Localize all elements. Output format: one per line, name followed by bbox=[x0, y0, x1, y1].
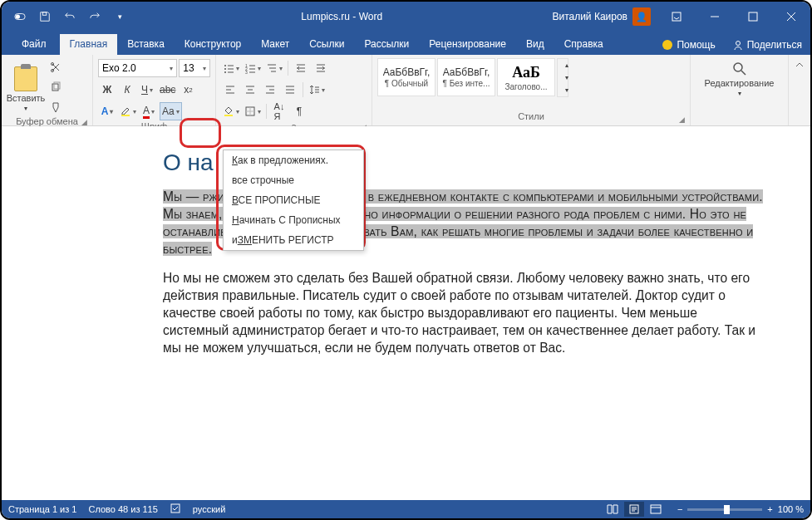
styles-expand[interactable]: ▾ bbox=[558, 84, 576, 96]
case-lower[interactable]: все строчные bbox=[224, 170, 363, 190]
underline-button[interactable]: Ч bbox=[138, 81, 156, 99]
align-right-button[interactable] bbox=[261, 81, 279, 99]
style-normal[interactable]: АаБбВвГг,¶ Обычный bbox=[377, 58, 436, 96]
strike-button[interactable]: abє bbox=[158, 81, 177, 99]
user-account[interactable]: Виталий Каиров 👤 bbox=[552, 7, 651, 26]
tab-layout[interactable]: Макет bbox=[251, 34, 299, 55]
text-effects-button[interactable]: A bbox=[98, 102, 116, 120]
view-buttons bbox=[603, 502, 666, 517]
justify-button[interactable] bbox=[281, 81, 299, 99]
styles-gallery[interactable]: АаБбВвГг,¶ Обычный АаБбВвГг,¶ Без инте..… bbox=[377, 58, 685, 97]
styles-scroll-down[interactable]: ▾ bbox=[558, 71, 576, 84]
tab-mailings[interactable]: Рассылки bbox=[354, 34, 419, 55]
window-controls bbox=[657, 2, 810, 32]
svg-text:3: 3 bbox=[245, 70, 248, 74]
numbering-button[interactable]: 123 bbox=[243, 59, 263, 77]
collapse-ribbon-button[interactable] bbox=[789, 55, 810, 125]
ribbon: Вставить ▾ Буфер обмена◢ Exo 2.0▾ 13▾ Ж … bbox=[2, 55, 810, 126]
status-words[interactable]: Слово 48 из 115 bbox=[88, 504, 157, 514]
tab-references[interactable]: Ссылки bbox=[299, 34, 354, 55]
undo-button[interactable] bbox=[58, 5, 81, 28]
subscript-button[interactable]: x2 bbox=[179, 81, 197, 99]
change-case-menu: Как в предложениях. все строчные ВСЕ ПРО… bbox=[223, 150, 364, 251]
save-button[interactable] bbox=[33, 5, 57, 28]
tab-file[interactable]: Файл bbox=[8, 34, 60, 55]
zoom-slider[interactable] bbox=[687, 508, 762, 511]
bold-button[interactable]: Ж bbox=[98, 81, 116, 99]
status-proofing-icon[interactable] bbox=[170, 503, 181, 516]
align-left-button[interactable] bbox=[221, 81, 239, 99]
font-size-combo[interactable]: 13▾ bbox=[179, 59, 210, 77]
redo-button[interactable] bbox=[83, 5, 106, 28]
multilevel-button[interactable] bbox=[264, 59, 284, 77]
decrease-indent-button[interactable] bbox=[292, 59, 310, 77]
ribbon-tabs: Файл Главная Вставка Конструктор Макет С… bbox=[2, 32, 810, 55]
view-read-mode[interactable] bbox=[603, 502, 623, 517]
borders-button[interactable] bbox=[243, 102, 263, 120]
increase-indent-button[interactable] bbox=[312, 59, 330, 77]
highlight-button[interactable] bbox=[118, 102, 138, 120]
copy-button[interactable] bbox=[47, 78, 65, 96]
quick-access-toolbar: ▾ bbox=[2, 5, 131, 28]
style-heading1[interactable]: АаБЗаголово... bbox=[497, 58, 555, 96]
tab-design[interactable]: Конструктор bbox=[175, 34, 251, 55]
italic-button[interactable]: К bbox=[118, 81, 136, 99]
svg-rect-11 bbox=[121, 115, 130, 116]
font-color-button[interactable]: A bbox=[140, 102, 158, 120]
tab-view[interactable]: Вид bbox=[516, 34, 554, 55]
tab-home[interactable]: Главная bbox=[60, 34, 118, 55]
align-center-button[interactable] bbox=[241, 81, 259, 99]
show-marks-button[interactable]: ¶ bbox=[290, 102, 308, 120]
group-label: Буфер обмена◢ bbox=[7, 116, 87, 126]
case-capitalize[interactable]: Начинать С Прописных bbox=[224, 210, 363, 230]
minimize-button[interactable] bbox=[696, 2, 734, 32]
ribbon-options-button[interactable] bbox=[657, 2, 696, 32]
tab-insert[interactable]: Вставка bbox=[117, 34, 175, 55]
share-button[interactable]: Поделиться bbox=[724, 35, 810, 55]
change-case-button[interactable]: Aa bbox=[160, 102, 182, 120]
case-sentence[interactable]: Как в предложениях. bbox=[224, 150, 363, 170]
tell-me-button[interactable]: Помощь bbox=[653, 35, 723, 55]
svg-rect-9 bbox=[52, 84, 58, 91]
format-painter-button[interactable] bbox=[47, 98, 65, 116]
shading-button[interactable] bbox=[221, 102, 241, 120]
dialog-launcher-icon[interactable]: ◢ bbox=[81, 118, 87, 126]
qat-customize[interactable]: ▾ bbox=[108, 5, 131, 28]
status-language[interactable]: русский bbox=[193, 504, 225, 514]
svg-rect-10 bbox=[54, 82, 60, 89]
document-area[interactable]: О на Мы — ржимых идеей помогать Вам в еж… bbox=[2, 126, 810, 500]
close-button[interactable] bbox=[772, 2, 810, 32]
title-bar: ▾ Lumpics.ru - Word Виталий Каиров 👤 bbox=[2, 2, 810, 32]
cut-button[interactable] bbox=[47, 58, 65, 76]
bullets-button[interactable] bbox=[221, 59, 241, 77]
svg-rect-23 bbox=[651, 505, 661, 513]
styles-scroll-up[interactable]: ▴ bbox=[558, 59, 576, 71]
group-font: Exo 2.0▾ 13▾ Ж К Ч abє x2 A A Aa Шриф bbox=[93, 55, 216, 125]
case-toggle[interactable]: иЗМЕНИТЬ РЕГИСТР bbox=[224, 230, 363, 250]
case-upper[interactable]: ВСЕ ПРОПИСНЫЕ bbox=[224, 190, 363, 210]
svg-rect-18 bbox=[224, 115, 233, 116]
view-print-layout[interactable] bbox=[624, 502, 644, 517]
zoom-control: − + 100 % bbox=[677, 504, 804, 514]
zoom-in-button[interactable]: + bbox=[767, 504, 772, 514]
editing-button[interactable]: Редактирование ▾ bbox=[696, 58, 783, 101]
sort-button[interactable]: А↓Я bbox=[270, 102, 288, 120]
svg-point-12 bbox=[224, 65, 226, 66]
zoom-level[interactable]: 100 % bbox=[778, 504, 804, 514]
font-name-combo[interactable]: Exo 2.0▾ bbox=[98, 59, 177, 77]
view-web-layout[interactable] bbox=[646, 502, 666, 517]
status-page[interactable]: Страница 1 из 1 bbox=[8, 504, 76, 514]
tab-review[interactable]: Рецензирование bbox=[419, 34, 516, 55]
autosave-toggle[interactable] bbox=[8, 5, 32, 28]
dialog-launcher-icon[interactable]: ◢ bbox=[679, 115, 685, 124]
maximize-button[interactable] bbox=[734, 2, 772, 32]
user-avatar: 👤 bbox=[632, 7, 651, 26]
zoom-out-button[interactable]: − bbox=[677, 504, 682, 514]
group-styles: АаБбВвГг,¶ Обычный АаБбВвГг,¶ Без инте..… bbox=[372, 55, 691, 125]
group-paragraph: 123 А↓Я ¶ а◢ bbox=[216, 55, 372, 125]
tab-help[interactable]: Справка bbox=[554, 34, 613, 55]
svg-rect-2 bbox=[42, 12, 46, 16]
style-no-spacing[interactable]: АаБбВвГг,¶ Без инте... bbox=[437, 58, 495, 96]
paste-button[interactable]: Вставить ▾ bbox=[7, 58, 45, 116]
line-spacing-button[interactable] bbox=[307, 81, 327, 99]
